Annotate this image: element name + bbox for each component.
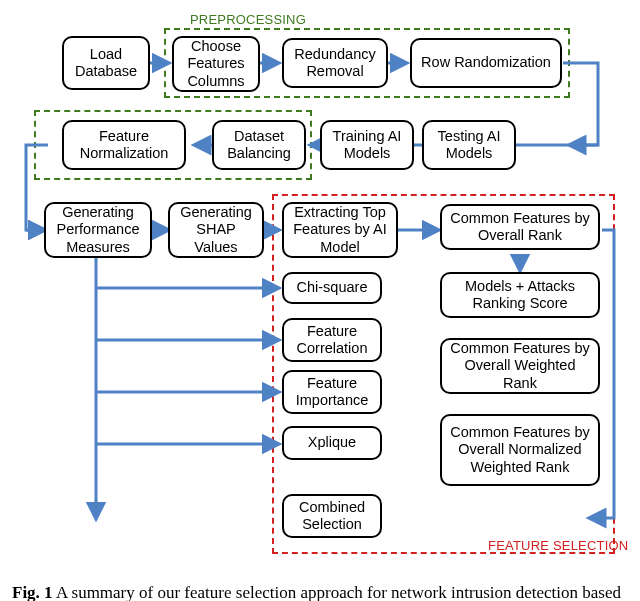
- text: Generating SHAP Values: [176, 204, 256, 255]
- feature-selection-label: FEATURE SELECTION: [488, 538, 628, 553]
- box-models-attacks-ranking: Models + Attacks Ranking Score: [440, 272, 600, 318]
- text: Common Features by Overall Normalized We…: [448, 424, 592, 475]
- text: Xplique: [308, 434, 356, 451]
- text: Generating Performance Measures: [52, 204, 144, 255]
- box-performance-measures: Generating Performance Measures: [44, 202, 152, 258]
- box-dataset-balancing: Dataset Balancing: [212, 120, 306, 170]
- box-feature-correlation: Feature Correlation: [282, 318, 382, 362]
- box-redundancy-removal: Redundancy Removal: [282, 38, 388, 88]
- preprocessing-label: PREPROCESSING: [190, 12, 306, 27]
- text: Common Features by Overall Rank: [448, 210, 592, 244]
- figure-caption: Fig. 1 A summary of our feature selectio…: [0, 578, 640, 601]
- text: Chi-square: [297, 279, 368, 296]
- text: Common Features by Overall Weighted Rank: [448, 340, 592, 391]
- box-feature-normalization: Feature Normalization: [62, 120, 186, 170]
- box-common-features-overall-rank: Common Features by Overall Rank: [440, 204, 600, 250]
- text: Redundancy Removal: [290, 46, 380, 80]
- box-xplique: Xplique: [282, 426, 382, 460]
- text: Models + Attacks Ranking Score: [448, 278, 592, 312]
- box-training-ai: Training AI Models: [320, 120, 414, 170]
- box-extract-top-features: Extracting Top Features by AI Model: [282, 202, 398, 258]
- text: Feature Importance: [290, 375, 374, 409]
- text: Extracting Top Features by AI Model: [290, 204, 390, 255]
- box-chi-square: Chi-square: [282, 272, 382, 304]
- box-common-features-normalized-weighted-rank: Common Features by Overall Normalized We…: [440, 414, 600, 486]
- box-choose-features: Choose Features Columns: [172, 36, 260, 92]
- text: Combined Selection: [290, 499, 374, 533]
- box-row-randomization: Row Randomization: [410, 38, 562, 88]
- text: Testing AI Models: [430, 128, 508, 162]
- diagram-canvas: PREPROCESSING FEATURE SELECTION: [0, 8, 640, 578]
- box-load-database: Load Database: [62, 36, 150, 90]
- text: Feature Correlation: [290, 323, 374, 357]
- box-combined-selection: Combined Selection: [282, 494, 382, 538]
- text: Training AI Models: [328, 128, 406, 162]
- text: Load Database: [70, 46, 142, 80]
- text: Dataset Balancing: [220, 128, 298, 162]
- box-shap-values: Generating SHAP Values: [168, 202, 264, 258]
- figure-number: Fig. 1: [12, 583, 53, 601]
- box-testing-ai: Testing AI Models: [422, 120, 516, 170]
- caption-text: A summary of our feature selection appro…: [12, 583, 621, 601]
- box-feature-importance: Feature Importance: [282, 370, 382, 414]
- text: Row Randomization: [421, 54, 551, 71]
- box-common-features-weighted-rank: Common Features by Overall Weighted Rank: [440, 338, 600, 394]
- text: Choose Features Columns: [180, 38, 252, 89]
- text: Feature Normalization: [70, 128, 178, 162]
